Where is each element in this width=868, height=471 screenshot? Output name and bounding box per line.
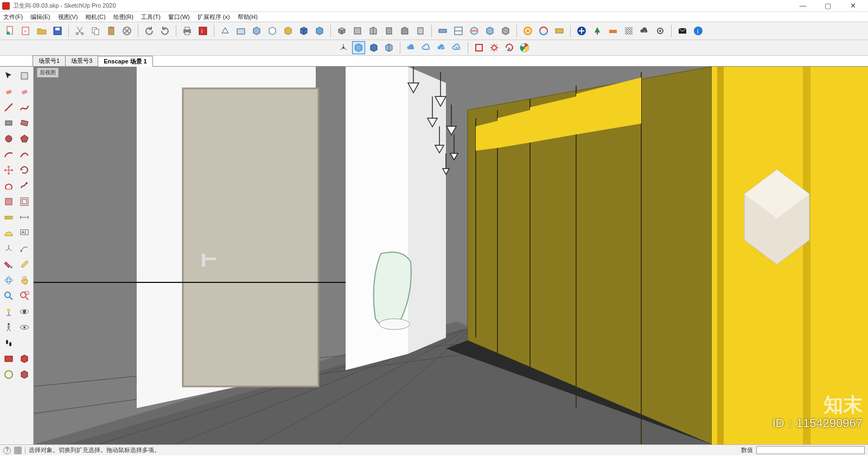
ext-b-icon[interactable] (17, 352, 31, 366)
style-shaded-tex-icon[interactable] (265, 24, 279, 38)
copy-icon[interactable] (88, 24, 103, 38)
zoom-window-icon[interactable] (17, 289, 31, 303)
face-both-icon[interactable] (382, 41, 395, 54)
eraser-1-icon[interactable] (2, 85, 16, 99)
paint-icon[interactable] (2, 257, 16, 272)
iso-icon[interactable] (335, 24, 349, 38)
cut-icon[interactable] (73, 24, 87, 38)
style-mono-icon[interactable] (281, 24, 295, 38)
paste-icon[interactable] (104, 24, 118, 38)
menu-draw[interactable]: 绘图(R) (113, 13, 133, 21)
menu-tools[interactable]: 工具(T) (141, 13, 161, 21)
ext-d-icon[interactable] (17, 367, 31, 382)
style-shaded-icon[interactable] (250, 24, 264, 38)
cloud-b-icon[interactable] (420, 41, 433, 54)
menu-edit[interactable]: 编辑(E) (30, 13, 50, 21)
ext-c-icon[interactable] (2, 367, 16, 382)
new-template-icon[interactable]: + (19, 24, 33, 38)
undo-icon[interactable] (142, 24, 156, 38)
help-hint-icon[interactable]: ? (3, 447, 11, 454)
style-xray-icon[interactable] (297, 24, 311, 38)
measurement-input[interactable] (756, 446, 865, 454)
axes-icon[interactable] (2, 242, 16, 256)
followme-icon[interactable] (17, 179, 31, 193)
line-icon[interactable] (2, 100, 16, 114)
face-front-icon[interactable] (352, 41, 365, 54)
eraser-2-icon[interactable] (17, 85, 31, 99)
rotate-icon[interactable] (17, 163, 31, 177)
style-back-icon[interactable] (312, 24, 327, 38)
section-cut-icon[interactable] (467, 24, 481, 38)
bbox-icon[interactable] (473, 41, 486, 54)
eye-icon[interactable] (17, 320, 31, 334)
select-icon[interactable] (2, 69, 16, 83)
pushpull-icon[interactable] (2, 179, 16, 193)
gear-icon[interactable] (488, 41, 501, 54)
ext-a-icon[interactable] (2, 352, 16, 366)
offset-icon[interactable] (17, 195, 31, 209)
protractor-icon[interactable] (2, 226, 16, 240)
zoom-icon[interactable] (2, 289, 16, 303)
maximize-button[interactable]: ▢ (820, 2, 835, 10)
cloud-d-icon[interactable] (450, 41, 463, 54)
menu-window[interactable]: 窗口(W) (168, 13, 190, 21)
section-profile-icon[interactable] (499, 24, 513, 38)
tape-icon[interactable] (2, 210, 16, 224)
chrome-icon[interactable] (518, 41, 531, 54)
delete-icon[interactable] (120, 24, 134, 38)
look-icon[interactable] (17, 305, 31, 319)
menu-camera[interactable]: 相机(C) (85, 13, 105, 21)
vray-settings-icon[interactable] (653, 24, 667, 38)
user-icon[interactable] (14, 447, 22, 454)
pan-icon[interactable] (17, 273, 31, 287)
menu-help[interactable]: 帮助(H) (238, 13, 258, 21)
orbit-icon[interactable] (2, 273, 16, 287)
menu-view[interactable]: 视图(V) (58, 13, 78, 21)
arc-icon[interactable] (2, 147, 16, 162)
move-icon[interactable] (2, 163, 16, 177)
walk-icon[interactable] (2, 320, 16, 334)
rect-icon[interactable] (2, 116, 16, 130)
model-info-icon[interactable]: i (196, 24, 210, 38)
face-back-icon[interactable] (367, 41, 380, 54)
redo-icon[interactable] (158, 24, 172, 38)
component-icon[interactable] (17, 69, 31, 83)
minimize-button[interactable]: — (795, 2, 810, 10)
new-file-icon[interactable] (3, 24, 17, 38)
vray-light-icon[interactable] (606, 24, 620, 38)
info-icon[interactable]: i (691, 24, 705, 38)
front-icon[interactable] (366, 24, 380, 38)
open-file-icon[interactable] (35, 24, 49, 38)
circle-icon[interactable] (2, 132, 16, 146)
enscape-sync-icon[interactable] (521, 24, 535, 38)
vray-cloud-icon[interactable] (637, 24, 652, 38)
axis-style-icon[interactable] (337, 41, 350, 54)
dimension-icon[interactable] (17, 210, 31, 224)
menu-file[interactable]: 文件(F) (3, 13, 23, 21)
text-icon[interactable]: A1 (17, 226, 31, 240)
section-fill-icon[interactable] (483, 24, 497, 38)
vray-tree-icon[interactable] (590, 24, 604, 38)
vray-add-icon[interactable] (575, 24, 589, 38)
freehand-icon[interactable] (17, 100, 31, 114)
scene-tab-2[interactable]: 场景号3 (65, 55, 98, 66)
position-camera-icon[interactable] (2, 305, 16, 319)
section-plane-icon[interactable] (436, 24, 450, 38)
enscape-start-icon[interactable] (537, 24, 551, 38)
rot-rect-icon[interactable] (17, 116, 31, 130)
style-wire-icon[interactable] (218, 24, 232, 38)
cloud-a-icon[interactable] (405, 41, 418, 54)
vray-mat-icon[interactable] (622, 24, 636, 38)
refresh-play-icon[interactable] (503, 41, 516, 54)
label-icon[interactable] (17, 242, 31, 256)
left-icon[interactable] (413, 24, 427, 38)
save-file-icon[interactable] (50, 24, 65, 38)
polygon-icon[interactable] (17, 132, 31, 146)
cloud-c-icon[interactable] (435, 41, 448, 54)
footprints-icon[interactable] (2, 336, 16, 350)
section-display-icon[interactable] (451, 24, 465, 38)
top-icon[interactable] (350, 24, 365, 38)
scale-icon[interactable] (2, 195, 16, 209)
sample-icon[interactable] (17, 257, 31, 272)
mail-icon[interactable] (675, 24, 690, 38)
